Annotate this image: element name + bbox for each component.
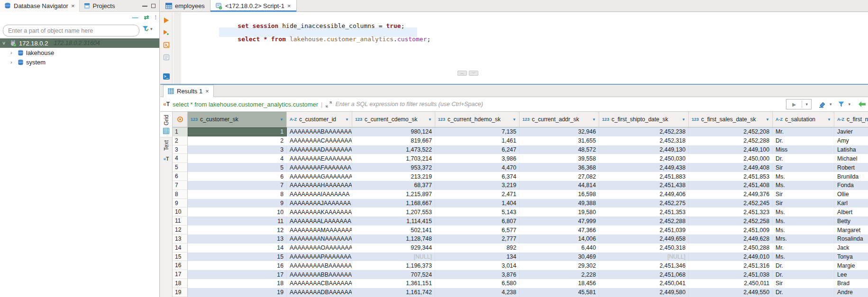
grid-cell[interactable]: 2,452,245 (689, 199, 773, 208)
back-navigation-icon[interactable] (858, 101, 866, 108)
grid-cell[interactable]: 1,404 (435, 199, 520, 208)
grid-cell[interactable]: Mrs. (773, 234, 834, 243)
grid-cell[interactable]: 68,377 (352, 181, 435, 190)
grid-cell[interactable]: 2,451,323 (689, 207, 773, 216)
execute-statement-icon[interactable] (162, 16, 171, 25)
execute-script-icon[interactable] (162, 41, 171, 49)
grid-cell[interactable]: 2,451,353 (599, 207, 689, 216)
grid-cell[interactable]: 6,374 (435, 172, 520, 181)
sort-icon[interactable]: ▼ (280, 117, 283, 122)
grid-cell[interactable]: 47,999 (520, 216, 599, 225)
side-tab-text[interactable]: Text (160, 137, 172, 153)
grid-cell[interactable]: 980,124 (352, 127, 435, 136)
sort-icon[interactable]: ▼ (682, 117, 685, 122)
grid-cell[interactable]: 7,135 (435, 127, 520, 136)
grid-cell[interactable]: Javier (834, 127, 868, 136)
grid-cell[interactable]: 892 (435, 243, 520, 252)
grid-cell[interactable]: 1,703,214 (352, 154, 435, 163)
sort-icon[interactable]: ▼ (827, 117, 831, 122)
grid-cell[interactable]: 213,219 (352, 172, 435, 181)
grid-cell[interactable]: Margie (834, 261, 868, 270)
grid-cell[interactable]: Margaret (834, 225, 868, 234)
grid-cell[interactable]: 5 (188, 163, 287, 172)
chevron-down-icon[interactable]: ▾ (845, 102, 854, 107)
close-icon[interactable]: × (205, 88, 209, 94)
grid-cell[interactable]: 707,524 (352, 270, 435, 279)
grid-cell[interactable]: 2,449,010 (689, 252, 773, 261)
column-header-c_first_sales_date_sk[interactable]: 123c_first_sales_date_sk▼ (689, 112, 773, 127)
grid-cell[interactable]: Tonya (834, 252, 868, 261)
grid-cell[interactable]: 13 (188, 234, 287, 243)
grid-cell[interactable]: AAAAAAAAEAAAAAAA (287, 154, 352, 163)
column-header-c_customer_sk[interactable]: 123c_customer_sk▼ (188, 112, 287, 127)
row-number[interactable]: 1 (173, 127, 188, 136)
grid-cell[interactable]: 929,344 (352, 243, 435, 252)
chevron-down-icon[interactable]: ▾ (150, 27, 153, 31)
grid-cell[interactable]: AAAAAAAADBAAAAAA (287, 288, 352, 297)
row-number[interactable]: 7 (173, 181, 188, 190)
grid-cell[interactable]: 2,449,438 (599, 163, 689, 172)
grid-cell[interactable]: AAAAAAAACBAAAAAA (287, 279, 352, 288)
grid-cell[interactable]: Dr. (773, 288, 834, 297)
grid-cell[interactable]: 2,451,853 (689, 172, 773, 181)
grid-cell[interactable]: Sir (773, 279, 834, 288)
expand-filter-icon[interactable] (326, 101, 332, 108)
grid-cell[interactable]: 2,449,580 (599, 288, 689, 297)
grid-cell[interactable]: 10 (188, 207, 287, 216)
grid-cell[interactable]: 4,238 (435, 288, 520, 297)
sort-icon[interactable]: ▼ (766, 117, 769, 122)
column-header-c_current_addr_sk[interactable]: 123c_current_addr_sk▼ (520, 112, 599, 127)
grid-cell[interactable]: AAAAAAAABBAAAAAA (287, 270, 352, 279)
row-number[interactable]: 11 (173, 216, 188, 225)
grid-cell[interactable]: 2,451,316 (689, 261, 773, 270)
grid-cell[interactable]: Betty (834, 216, 868, 225)
grid-cell[interactable]: Rosalinda (834, 234, 868, 243)
apply-filter-button[interactable]: ▶ ▾ (786, 99, 812, 109)
grid-cell[interactable]: 8 (188, 190, 287, 199)
grid-cell[interactable]: AAAAAAAAKAAAAAAA (287, 207, 352, 216)
chevron-down-icon[interactable]: ▾ (826, 102, 835, 107)
grid-cell[interactable]: 2,452,275 (599, 199, 689, 208)
grid-cell[interactable]: 2,450,011 (689, 279, 773, 288)
object-filter-input[interactable] (3, 25, 139, 36)
grid-cell[interactable]: Dr. (773, 154, 834, 163)
grid-cell[interactable]: 9 (188, 199, 287, 208)
grid-cell[interactable]: 1,128,748 (352, 234, 435, 243)
grid-cell[interactable]: Dr. (773, 270, 834, 279)
results-filter-bar[interactable]: «T select * from lakehouse.customer_anal… (160, 97, 868, 112)
grid-cell[interactable]: AAAAAAAAMAAAAAAA (287, 225, 352, 234)
row-number[interactable]: 16 (173, 261, 188, 270)
maximize-icon[interactable] (151, 4, 155, 8)
grid-cell[interactable]: Sir (773, 199, 834, 208)
grid-cell[interactable]: 17 (188, 270, 287, 279)
grid-cell[interactable]: 3,014 (435, 261, 520, 270)
grid-cell[interactable]: 2,449,100 (689, 145, 773, 154)
grid-cell[interactable]: 2,777 (435, 234, 520, 243)
close-icon[interactable]: × (71, 3, 75, 9)
row-number[interactable]: 3 (173, 145, 188, 154)
row-number[interactable]: 8 (173, 190, 188, 199)
grid-cell[interactable]: 32,946 (520, 127, 599, 136)
grid-cell[interactable]: 1,114,415 (352, 216, 435, 225)
chevron-down-icon[interactable]: ▾ (802, 102, 811, 107)
grid-cell[interactable]: 6,440 (520, 243, 599, 252)
grid-cell[interactable]: 2,450,318 (599, 243, 689, 252)
grid-cell[interactable]: Amy (834, 136, 868, 145)
grid-cell[interactable]: Brad (834, 279, 868, 288)
link-with-editor-icon[interactable]: ⇄ (144, 14, 149, 21)
row-number[interactable]: 15 (173, 252, 188, 261)
column-header-c_first_shipto_date_sk[interactable]: 123c_first_shipto_date_sk▼ (599, 112, 689, 127)
results-grid[interactable]: 123c_customer_sk▼A-Zc_customer_id▼123c_c… (173, 112, 868, 297)
grid-cell[interactable]: 2,228 (520, 270, 599, 279)
row-number[interactable]: 9 (173, 199, 188, 208)
column-header-c_salutation[interactable]: A-Zc_salutation▼ (773, 112, 834, 127)
grid-cell[interactable]: AAAAAAAADAAAAAAA (287, 145, 352, 154)
grid-cell[interactable]: 2,450,030 (599, 154, 689, 163)
sash-collapse-down-icon[interactable]: ﹀ (469, 71, 478, 76)
grid-cell[interactable]: AAAAAAAABAAAAAAA (287, 127, 352, 136)
grid-cell[interactable]: 7 (188, 181, 287, 190)
grid-cell[interactable]: 1,161,742 (352, 288, 435, 297)
grid-cell[interactable]: 2,471 (435, 190, 520, 199)
grid-cell[interactable]: 1,196,373 (352, 261, 435, 270)
grid-cell[interactable]: 18,456 (520, 279, 599, 288)
